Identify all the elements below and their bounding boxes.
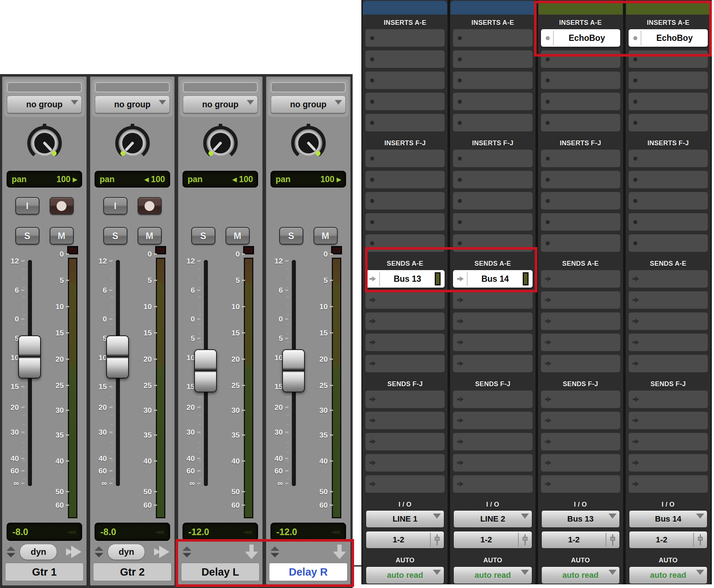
insert-slot[interactable]	[365, 72, 445, 89]
solo-button[interactable]: S	[103, 227, 127, 245]
voice-selector[interactable]	[7, 82, 82, 92]
send-slot[interactable]	[365, 312, 445, 330]
send-slot[interactable]: Bus 14	[453, 270, 532, 288]
insert-slot[interactable]	[453, 93, 532, 110]
insert-slot[interactable]	[453, 114, 532, 131]
input-monitor-button[interactable]: I	[15, 197, 39, 215]
group-selector[interactable]: no group	[95, 96, 170, 113]
send-slot[interactable]	[541, 391, 620, 408]
pan-knob[interactable]	[178, 117, 262, 168]
send-slot[interactable]	[541, 412, 620, 429]
mute-button[interactable]: M	[226, 227, 250, 245]
group-selector[interactable]: no group	[271, 96, 346, 113]
insert-slot[interactable]	[365, 29, 445, 47]
send-slot[interactable]	[365, 391, 445, 408]
send-slot[interactable]	[365, 475, 445, 493]
insert-slot[interactable]	[541, 72, 620, 89]
send-slot[interactable]	[365, 454, 445, 472]
fader-handle[interactable]	[194, 349, 217, 392]
insert-slot[interactable]	[453, 29, 532, 47]
send-slot[interactable]	[541, 355, 620, 372]
send-slot[interactable]	[541, 270, 620, 288]
track-name[interactable]: Gtr 2	[93, 563, 172, 581]
io-input-button[interactable]: Bus 13	[541, 510, 620, 528]
send-slot[interactable]	[453, 433, 532, 450]
send-slot[interactable]	[365, 334, 445, 351]
voice-selector[interactable]	[271, 82, 346, 92]
fader-handle[interactable]	[18, 335, 41, 378]
group-selector[interactable]: no group	[7, 96, 82, 113]
insert-slot[interactable]	[541, 171, 620, 188]
send-slot[interactable]	[629, 270, 708, 288]
arrow-down-icon[interactable]	[333, 545, 346, 559]
insert-slot[interactable]	[365, 50, 445, 68]
send-slot[interactable]	[453, 475, 532, 493]
send-slot[interactable]	[629, 433, 708, 450]
insert-slot[interactable]	[365, 114, 445, 131]
mute-button[interactable]: M	[50, 227, 74, 245]
send-slot[interactable]	[629, 291, 708, 309]
send-slot[interactable]	[541, 454, 620, 472]
pan-knob[interactable]	[90, 117, 174, 168]
insert-slot[interactable]: EchoBoy	[629, 29, 708, 47]
io-input-button[interactable]: LINE 2	[453, 510, 532, 528]
clip-indicator[interactable]	[155, 246, 166, 254]
insert-slot[interactable]	[629, 72, 708, 89]
pan-knob[interactable]	[266, 117, 350, 168]
track-name[interactable]: Gtr 1	[5, 563, 84, 581]
pan-display[interactable]: pan 100 ▸	[270, 171, 346, 188]
nudge-arrows[interactable]	[7, 546, 15, 557]
send-slot[interactable]	[629, 391, 708, 408]
insert-slot[interactable]	[365, 192, 445, 210]
insert-slot[interactable]: EchoBoy	[541, 29, 620, 47]
group-selector[interactable]: no group	[183, 96, 258, 113]
send-slot[interactable]	[541, 475, 620, 493]
fader-handle[interactable]	[282, 349, 305, 392]
insert-slot[interactable]	[365, 150, 445, 167]
auto-mode-button[interactable]: auto read	[453, 566, 532, 584]
auto-mode-button[interactable]: auto read	[629, 566, 707, 584]
send-slot[interactable]	[629, 454, 708, 472]
pan-display[interactable]: pan ◂ 100	[183, 171, 258, 188]
send-slot[interactable]	[541, 312, 620, 330]
insert-slot[interactable]	[629, 171, 708, 188]
insert-slot[interactable]	[365, 171, 445, 188]
send-slot[interactable]	[453, 355, 532, 372]
insert-slot[interactable]	[629, 114, 708, 131]
insert-slot[interactable]	[541, 213, 620, 231]
insert-slot[interactable]	[453, 72, 532, 89]
send-slot[interactable]	[453, 334, 532, 351]
solo-button[interactable]: S	[191, 227, 215, 245]
io-output-button[interactable]: 1-2	[629, 531, 707, 549]
send-slot[interactable]	[541, 291, 620, 309]
mute-button[interactable]: M	[138, 227, 162, 245]
voice-selector[interactable]	[95, 82, 170, 92]
nudge-arrows[interactable]	[270, 546, 279, 557]
insert-slot[interactable]	[541, 114, 620, 131]
send-slot[interactable]	[453, 391, 532, 408]
insert-slot[interactable]	[453, 171, 532, 188]
send-slot[interactable]	[629, 355, 708, 372]
insert-slot[interactable]	[629, 93, 708, 110]
send-slot[interactable]	[365, 412, 445, 429]
nudge-arrows[interactable]	[183, 546, 191, 557]
send-slot[interactable]	[453, 454, 532, 472]
arrow-down-icon[interactable]	[245, 545, 258, 559]
insert-slot[interactable]	[453, 192, 532, 210]
clip-indicator[interactable]	[243, 246, 254, 254]
send-slot[interactable]	[629, 475, 708, 493]
io-input-button[interactable]: LINE 1	[366, 510, 444, 528]
volume-display[interactable]: -12.0 -∞	[270, 523, 346, 541]
dyn-button[interactable]: dyn	[20, 544, 57, 560]
insert-slot[interactable]	[541, 234, 620, 252]
pan-display[interactable]: pan 100 ▸	[7, 171, 82, 188]
io-output-button[interactable]: 1-2	[366, 531, 444, 549]
insert-slot[interactable]	[453, 213, 532, 231]
fast-forward-icon[interactable]	[66, 546, 82, 558]
io-input-button[interactable]: Bus 14	[629, 510, 707, 528]
insert-slot[interactable]	[629, 192, 708, 210]
insert-slot[interactable]	[365, 93, 445, 110]
send-slot[interactable]	[453, 291, 532, 309]
send-slot[interactable]	[365, 355, 445, 372]
fader-handle[interactable]	[106, 335, 129, 378]
